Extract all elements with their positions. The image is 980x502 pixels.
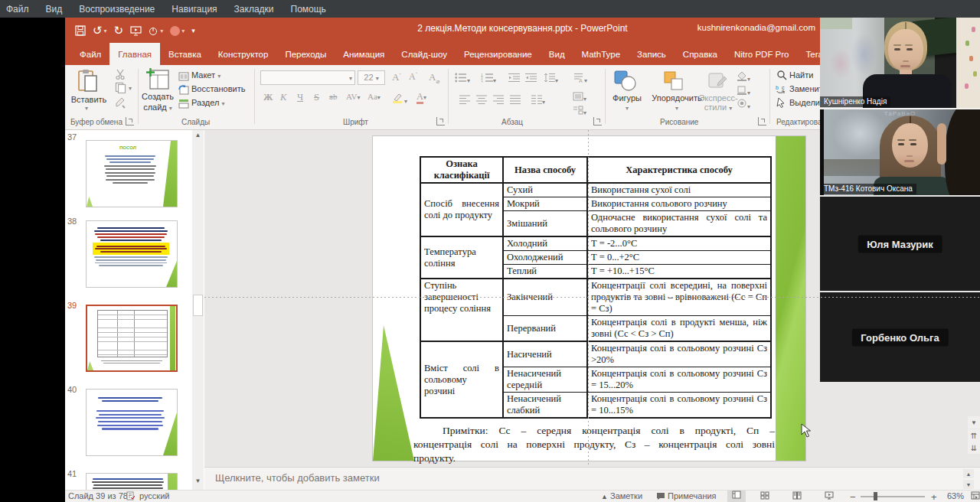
paste-dropdown[interactable]: ▾ — [85, 105, 88, 112]
character-spacing-button[interactable]: AV▾ — [346, 92, 361, 101]
select-icon[interactable] — [776, 97, 786, 111]
font-name-combobox[interactable]: ▾ — [260, 70, 355, 85]
horizontal-guide[interactable] — [204, 297, 980, 298]
menu-navigation[interactable]: Навигация — [172, 4, 217, 15]
tab-file[interactable]: Файл — [71, 43, 109, 65]
slide-thumbnail-41[interactable] — [86, 473, 178, 490]
tab-home[interactable]: Главная — [109, 43, 160, 65]
participant-video-4[interactable]: Горбенко Ольга — [820, 292, 980, 382]
section-icon[interactable] — [178, 98, 189, 112]
tab-insert[interactable]: Вставка — [160, 43, 210, 65]
tab-view[interactable]: Вид — [541, 43, 573, 65]
menu-view[interactable]: Вид — [46, 4, 63, 15]
numbering-icon[interactable]: 123▾ — [481, 72, 496, 86]
clear-formatting-icon[interactable]: А⌀ — [429, 71, 439, 85]
account-email[interactable]: kushnirenkonadia@gmail.com — [697, 23, 815, 32]
slide-thumbnail-40[interactable] — [86, 389, 178, 456]
spellcheck-icon[interactable] — [126, 491, 135, 502]
tab-review[interactable]: Рецензирование — [456, 43, 541, 65]
reset-button[interactable]: Восстановить — [191, 84, 245, 93]
italic-button[interactable]: К — [280, 92, 286, 103]
quick-styles-icon[interactable] — [707, 70, 729, 95]
shape-effects-icon[interactable]: ▾ — [737, 98, 750, 112]
slide-canvas[interactable]: Ознака класифікації Назва способу Характ… — [373, 136, 805, 461]
comments-toggle[interactable]: Примечания — [656, 491, 717, 500]
language-indicator[interactable]: русский — [139, 491, 169, 500]
thumbnail-scroll-thumb[interactable] — [193, 295, 203, 316]
vertical-guide[interactable] — [588, 130, 589, 467]
participant-video-3[interactable]: Юля Мазурик — [820, 197, 980, 291]
scroll-down-button[interactable]: ▼ — [968, 416, 980, 429]
copy-icon[interactable]: ▾ — [115, 82, 126, 96]
strikethrough-button[interactable]: S — [314, 92, 319, 103]
layout-icon[interactable] — [178, 70, 189, 84]
quick-styles-button[interactable]: Экспресс-стили ▾ — [694, 93, 743, 112]
thumbnail-scroll-up[interactable]: ▲ — [192, 132, 204, 142]
drawing-dialog-launcher[interactable] — [758, 117, 766, 126]
tab-animations[interactable]: Анимация — [335, 43, 393, 65]
reset-icon[interactable] — [178, 84, 189, 98]
notes-scroll-up[interactable]: ▲ — [963, 469, 974, 478]
paragraph-dialog-launcher[interactable] — [593, 117, 602, 126]
find-button[interactable]: Найти — [789, 70, 813, 80]
participant-video-2[interactable]: ТаРаВаО ТМз-416 Котович Оксана — [820, 109, 980, 195]
grow-font-icon[interactable]: Аˆ — [392, 71, 401, 83]
shrink-font-icon[interactable]: Аˇ — [409, 71, 417, 83]
shapes-button[interactable]: Фигуры▾ — [610, 93, 644, 112]
paste-button[interactable]: Вставить — [70, 95, 107, 104]
slide-thumbnail-37[interactable]: ПОСОЛ — [86, 140, 178, 207]
tab-design[interactable]: Конструктор — [210, 43, 277, 65]
tab-slideshow[interactable]: Слайд-шоу — [393, 43, 456, 65]
notes-scroll-down[interactable]: ▼ — [963, 480, 974, 489]
replace-icon[interactable]: bc — [776, 83, 787, 97]
justify-icon[interactable] — [510, 93, 521, 107]
zoom-in-button[interactable]: + — [931, 491, 937, 502]
view-sorter-button[interactable] — [760, 491, 769, 501]
zoom-out-button[interactable]: − — [850, 491, 856, 502]
shape-fill-icon[interactable]: ▾ — [737, 70, 750, 84]
view-slideshow-button[interactable] — [825, 491, 834, 501]
tab-help[interactable]: Справка — [675, 43, 726, 65]
font-dialog-launcher[interactable] — [436, 117, 445, 126]
zoom-slider-track[interactable] — [861, 496, 925, 497]
find-icon[interactable] — [776, 70, 787, 83]
tab-nitro[interactable]: Nitro PDF Pro — [726, 43, 798, 65]
participant-video-1[interactable]: Кушніренко Надія — [820, 18, 980, 108]
slide-thumbnail-39-selected[interactable] — [86, 305, 178, 372]
tab-mathtype[interactable]: MathType — [573, 43, 629, 65]
notes-toggle[interactable]: ▲ Заметки — [601, 491, 642, 500]
bold-button[interactable]: Ж — [263, 92, 273, 103]
tab-transitions[interactable]: Переходы — [276, 43, 335, 65]
menu-playback[interactable]: Воспроизведение — [79, 4, 155, 15]
view-reading-button[interactable] — [792, 491, 802, 501]
clipboard-dialog-launcher[interactable] — [126, 117, 134, 126]
shape-outline-icon[interactable]: ▾ — [737, 84, 750, 98]
new-slide-icon[interactable] — [145, 67, 170, 93]
align-center-icon[interactable] — [476, 93, 487, 107]
line-spacing-icon[interactable]: ▾ — [544, 72, 558, 86]
cut-icon[interactable] — [115, 69, 126, 83]
format-painter-icon[interactable] — [115, 96, 127, 112]
previous-slide-button[interactable]: ⇈ — [968, 429, 980, 442]
font-size-combobox[interactable]: 22 ▾ — [358, 70, 385, 85]
section-button[interactable]: Раздел ▾ — [191, 98, 224, 107]
text-direction-icon[interactable]: A▾ — [573, 72, 587, 86]
fit-to-window-button[interactable] — [971, 491, 980, 501]
shapes-icon[interactable] — [614, 70, 637, 95]
paste-icon[interactable] — [77, 69, 103, 93]
bullets-icon[interactable]: ▾ — [455, 72, 470, 86]
slide-indicator[interactable]: Слайд 39 из 78 — [68, 491, 128, 500]
new-slide-button[interactable]: Создатьслайд ▾ — [141, 92, 175, 113]
arrange-icon[interactable] — [663, 70, 684, 95]
font-color-button[interactable]: А▾ — [416, 91, 426, 103]
zoom-slider-thumb[interactable] — [874, 492, 877, 500]
change-case-button[interactable]: Aa▾ — [368, 92, 381, 101]
menu-bookmarks[interactable]: Закладки — [234, 4, 274, 15]
highlight-color-button[interactable]: ▾ — [392, 93, 407, 106]
columns-icon[interactable]: ▾ — [531, 93, 545, 107]
menu-file[interactable]: Файл — [6, 4, 29, 15]
underline-button[interactable]: Ч — [297, 92, 303, 103]
decrease-indent-icon[interactable] — [508, 72, 520, 86]
increase-indent-icon[interactable] — [525, 72, 537, 86]
zoom-level[interactable]: 63% — [947, 491, 964, 500]
